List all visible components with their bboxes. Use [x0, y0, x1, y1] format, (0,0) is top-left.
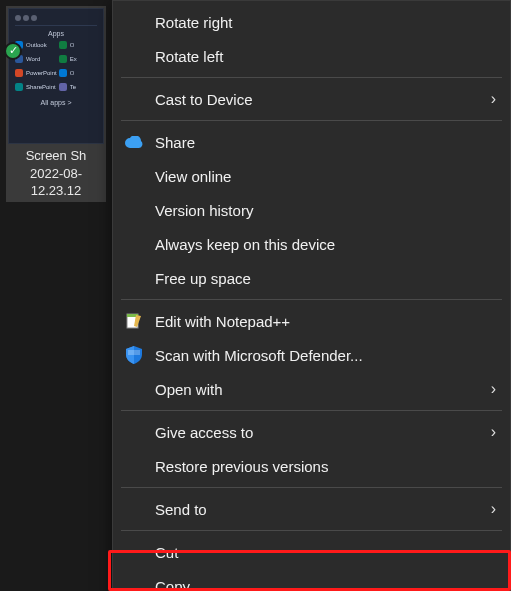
file-thumbnail-item[interactable]: Apps Outlook O Word Ex PowerPoint O Shar…	[6, 6, 106, 202]
menu-separator	[121, 410, 502, 411]
menu-share[interactable]: Share	[113, 125, 510, 159]
context-menu: Rotate right Rotate left Cast to Device›…	[112, 0, 511, 591]
menu-view-online[interactable]: View online	[113, 159, 510, 193]
shield-icon	[123, 346, 145, 364]
menu-rotate-left[interactable]: Rotate left	[113, 39, 510, 73]
menu-separator	[121, 299, 502, 300]
menu-cast-to-device[interactable]: Cast to Device›	[113, 82, 510, 116]
menu-cut[interactable]: Cut	[113, 535, 510, 569]
menu-defender-scan[interactable]: Scan with Microsoft Defender...	[113, 338, 510, 372]
thumb-all-apps-label: All apps >	[15, 99, 97, 106]
thumbnail-preview: Apps Outlook O Word Ex PowerPoint O Shar…	[8, 8, 104, 144]
menu-always-keep[interactable]: Always keep on this device	[113, 227, 510, 261]
chevron-right-icon: ›	[491, 500, 496, 518]
menu-separator	[121, 487, 502, 488]
menu-rotate-right[interactable]: Rotate right	[113, 5, 510, 39]
sync-check-icon: ✓	[4, 42, 22, 60]
menu-restore-versions[interactable]: Restore previous versions	[113, 449, 510, 483]
menu-separator	[121, 530, 502, 531]
menu-give-access[interactable]: Give access to›	[113, 415, 510, 449]
menu-edit-notepad[interactable]: Edit with Notepad++	[113, 304, 510, 338]
chevron-right-icon: ›	[491, 380, 496, 398]
cloud-icon	[123, 136, 145, 148]
menu-separator	[121, 120, 502, 121]
menu-free-up-space[interactable]: Free up space	[113, 261, 510, 295]
menu-copy[interactable]: Copy	[113, 569, 510, 591]
menu-separator	[121, 77, 502, 78]
chevron-right-icon: ›	[491, 423, 496, 441]
menu-send-to[interactable]: Send to›	[113, 492, 510, 526]
thumb-apps-label: Apps	[15, 30, 97, 37]
menu-open-with[interactable]: Open with›	[113, 372, 510, 406]
file-name-label: Screen Sh2022-08-12.23.12	[8, 147, 104, 200]
chevron-right-icon: ›	[491, 90, 496, 108]
menu-version-history[interactable]: Version history	[113, 193, 510, 227]
notepad-icon	[123, 313, 145, 329]
svg-rect-2	[128, 350, 140, 355]
